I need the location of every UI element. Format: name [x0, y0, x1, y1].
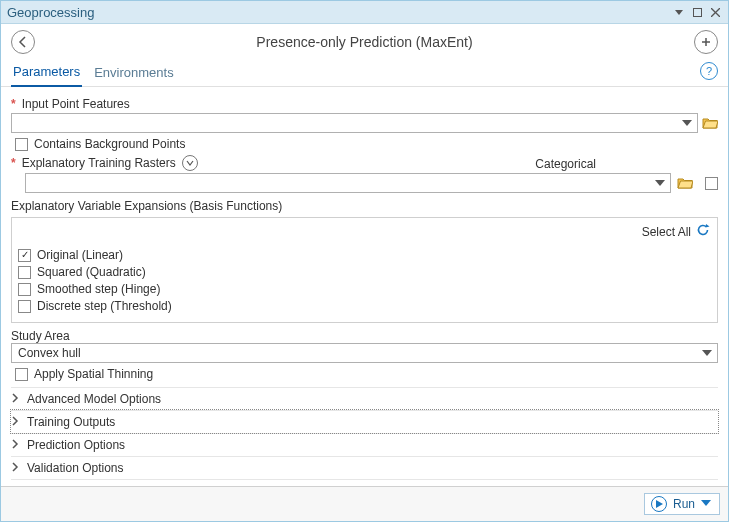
geoprocessing-pane: Geoprocessing Presence-only Prediction (… [0, 0, 729, 522]
accordion-item[interactable]: Training Outputs [11, 410, 718, 433]
svg-rect-1 [693, 8, 701, 16]
tabs: Parameters Environments ? [1, 60, 728, 87]
accordion-label: Validation Options [27, 461, 124, 475]
input-point-features-label: Input Point Features [22, 97, 130, 111]
browse-button[interactable] [677, 175, 693, 191]
pane-title: Geoprocessing [7, 5, 94, 20]
contains-background-checkbox[interactable] [15, 138, 28, 151]
chevron-down-icon [652, 175, 668, 191]
accordion-label: Training Outputs [27, 415, 115, 429]
reset-icon[interactable] [695, 222, 711, 241]
svg-marker-9 [702, 350, 712, 356]
svg-marker-11 [701, 500, 711, 506]
input-point-features-combo[interactable] [11, 113, 698, 133]
svg-marker-10 [656, 500, 663, 508]
categorical-header: Categorical [535, 157, 596, 171]
run-button[interactable]: Run [644, 493, 720, 515]
chevron-right-icon [11, 461, 23, 475]
accordion-item[interactable]: Validation Options [11, 456, 718, 479]
basis-functions-label: Explanatory Variable Expansions (Basis F… [11, 199, 718, 213]
basis-option: Original (Linear) [18, 248, 711, 262]
parameters-body: * Input Point Features [1, 87, 728, 486]
accordion-label: Prediction Options [27, 438, 125, 452]
basis-option: Smoothed step (Hinge) [18, 282, 711, 296]
field-input-point-features: * Input Point Features [11, 97, 718, 151]
basis-checkbox[interactable] [18, 300, 31, 313]
chevron-down-icon [699, 345, 715, 361]
svg-marker-0 [675, 10, 683, 15]
dropdown-icon[interactable] [672, 5, 686, 19]
required-marker: * [11, 97, 16, 111]
basis-checkbox[interactable] [18, 266, 31, 279]
tab-parameters[interactable]: Parameters [11, 60, 82, 87]
field-study-area: Study Area Convex hull Apply Spatial Thi… [11, 329, 718, 381]
add-button[interactable] [694, 30, 718, 54]
required-marker: * [11, 156, 16, 170]
footer: Run [1, 486, 728, 521]
contains-background-label: Contains Background Points [34, 137, 185, 151]
play-icon [651, 496, 667, 512]
basis-label: Squared (Quadratic) [37, 265, 146, 279]
select-all-link[interactable]: Select All [642, 225, 691, 239]
apply-thinning-label: Apply Spatial Thinning [34, 367, 153, 381]
explanatory-rasters-label: Explanatory Training Rasters [22, 156, 176, 170]
basis-option: Discrete step (Threshold) [18, 299, 711, 313]
basis-label: Discrete step (Threshold) [37, 299, 172, 313]
titlebar: Geoprocessing [1, 1, 728, 24]
chevron-down-icon [679, 115, 695, 131]
accordion-item[interactable]: Prediction Options [11, 433, 718, 456]
basis-label: Smoothed step (Hinge) [37, 282, 160, 296]
svg-marker-7 [655, 180, 665, 186]
help-button[interactable]: ? [700, 62, 718, 80]
field-explanatory-rasters: * Explanatory Training Rasters Categoric… [11, 155, 718, 193]
tool-title: Presence-only Prediction (MaxEnt) [35, 34, 694, 50]
basis-label: Original (Linear) [37, 248, 123, 262]
basis-checkbox[interactable] [18, 283, 31, 296]
svg-marker-6 [682, 120, 692, 126]
options-toggle-icon[interactable] [182, 155, 198, 171]
svg-line-2 [711, 8, 720, 17]
study-area-label: Study Area [11, 329, 718, 343]
tab-environments[interactable]: Environments [92, 61, 175, 86]
browse-button[interactable] [702, 115, 718, 131]
apply-thinning-checkbox[interactable] [15, 368, 28, 381]
chevron-right-icon [11, 438, 23, 452]
categorical-checkbox[interactable] [705, 177, 718, 190]
chevron-right-icon [11, 392, 23, 406]
svg-line-3 [711, 8, 720, 17]
close-icon[interactable] [708, 5, 722, 19]
tool-header: Presence-only Prediction (MaxEnt) [1, 24, 728, 60]
chevron-right-icon [11, 415, 23, 429]
maximize-icon[interactable] [690, 5, 704, 19]
accordion-label: Advanced Model Options [27, 392, 161, 406]
basis-option: Squared (Quadratic) [18, 265, 711, 279]
back-button[interactable] [11, 30, 35, 54]
basis-checkbox[interactable] [18, 249, 31, 262]
study-area-value: Convex hull [18, 346, 81, 360]
accordion-item[interactable]: Advanced Model Options [11, 387, 718, 410]
study-area-select[interactable]: Convex hull [11, 343, 718, 363]
explanatory-raster-combo[interactable] [25, 173, 671, 193]
options-accordion: Advanced Model OptionsTraining OutputsPr… [11, 387, 718, 486]
chevron-down-icon [701, 497, 715, 511]
field-basis-functions: Explanatory Variable Expansions (Basis F… [11, 199, 718, 323]
svg-marker-8 [706, 224, 710, 228]
run-label: Run [673, 497, 695, 511]
